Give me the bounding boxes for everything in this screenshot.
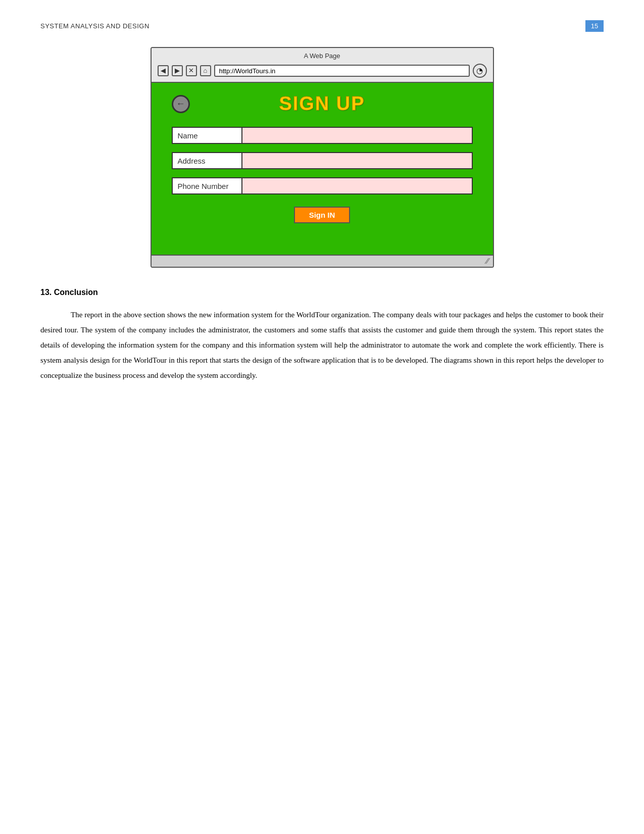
nav-close-button[interactable]: ✕ [186, 65, 197, 76]
status-icon: ∕∕ [486, 257, 488, 266]
name-label: Name [172, 127, 242, 144]
browser-tab-title: A Web Page [158, 52, 487, 60]
browser-content: ← SIGN UP Name Address Phone Number [152, 83, 493, 255]
signup-header: ← SIGN UP [172, 93, 473, 115]
document-title: SYSTEM ANALYSIS AND DESIGN [40, 22, 150, 30]
browser-mockup: A Web Page ◀ ▶ ✕ ⌂ ◔ ← SIGN UP Name [151, 47, 494, 268]
phone-field-row: Phone Number [172, 177, 473, 194]
page-header: SYSTEM ANALYSIS AND DESIGN 15 [40, 20, 604, 32]
signup-title: SIGN UP [279, 93, 365, 115]
signin-row: Sign IN [172, 207, 473, 223]
conclusion-section: 13. Conclusion The report in the above s… [40, 288, 604, 383]
nav-back-button[interactable]: ◀ [158, 65, 169, 76]
signin-button[interactable]: Sign IN [294, 207, 351, 223]
browser-controls: ◀ ▶ ✕ ⌂ ◔ [158, 64, 487, 78]
address-input[interactable] [242, 152, 473, 169]
back-arrow-icon: ← [176, 99, 185, 109]
address-label: Address [172, 152, 242, 169]
back-button[interactable]: ← [172, 95, 190, 113]
browser-statusbar: ∕∕ [152, 255, 493, 267]
browser-toolbar: A Web Page ◀ ▶ ✕ ⌂ ◔ [152, 48, 493, 83]
nav-forward-button[interactable]: ▶ [172, 65, 183, 76]
page-number: 15 [585, 20, 604, 32]
name-field-row: Name [172, 127, 473, 144]
phone-label: Phone Number [172, 177, 242, 194]
conclusion-paragraph: The report in the above section shows th… [40, 307, 604, 383]
signup-form: Name Address Phone Number [172, 127, 473, 194]
address-bar[interactable] [214, 65, 470, 77]
name-input[interactable] [242, 127, 473, 144]
search-button[interactable]: ◔ [473, 64, 487, 78]
phone-input[interactable] [242, 177, 473, 194]
nav-home-button[interactable]: ⌂ [200, 65, 211, 76]
conclusion-heading: 13. Conclusion [40, 288, 604, 297]
address-field-row: Address [172, 152, 473, 169]
